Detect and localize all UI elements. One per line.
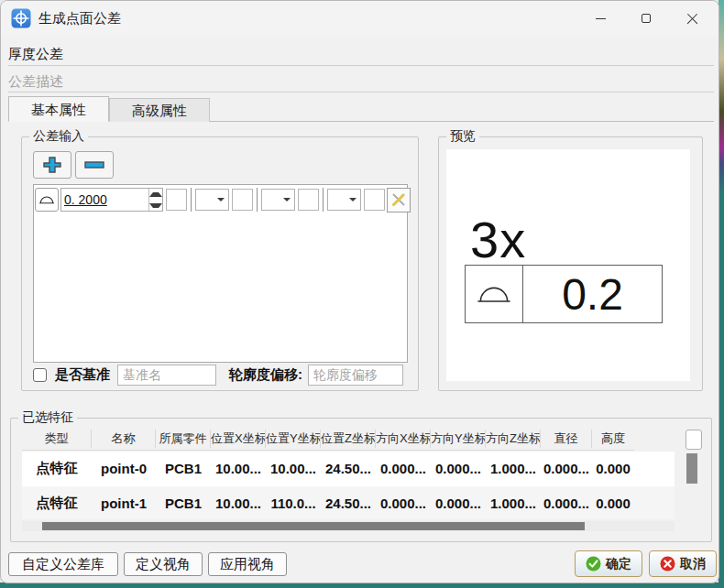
modifier-field-3[interactable] <box>298 189 319 211</box>
custom-tolerance-library-button[interactable]: 自定义公差库 <box>8 552 118 576</box>
table-cell: 0.000... <box>541 495 592 511</box>
table-cell: 0.000... <box>431 461 486 476</box>
tab-bar: 基本属性 高级属性 <box>8 96 210 122</box>
separator <box>257 188 258 212</box>
preview-group-title: 预览 <box>446 128 479 145</box>
table-cell: 10.00... <box>211 461 266 476</box>
column-header[interactable]: 高度 <box>592 430 634 448</box>
selected-features-group: 已选特征 类型名称所属零件位置X坐标位置Y坐标位置Z坐标方向X坐标方向Y坐标方向… <box>10 418 712 542</box>
close-icon <box>686 13 698 25</box>
vertical-scrollbar-thumb[interactable] <box>686 453 697 484</box>
arrow-down-icon <box>149 203 162 208</box>
profile-offset-input[interactable] <box>308 365 403 386</box>
remove-tolerance-button[interactable] <box>75 151 114 179</box>
tolerance-row[interactable] <box>34 185 407 212</box>
feature-control-frame: 0.2 <box>465 265 663 323</box>
tolerance-input-group: 公差输入 <box>21 136 419 391</box>
modifier-field-2[interactable] <box>232 189 253 211</box>
table-cell: 0.000 <box>592 461 634 476</box>
horizontal-scrollbar[interactable] <box>22 521 675 531</box>
minimize-button[interactable] <box>577 1 623 36</box>
tolerance-name-input[interactable] <box>8 43 714 66</box>
modifier-field-4[interactable] <box>364 189 385 211</box>
pencil-icon <box>390 191 407 208</box>
column-header[interactable]: 类型 <box>22 430 92 448</box>
window-controls <box>577 1 715 36</box>
feature-table-header: 类型名称所属零件位置X坐标位置Y坐标位置Z坐标方向X坐标方向Y坐标方向Z坐标直径… <box>22 428 634 451</box>
datum-row: 是否基准 轮廓度偏移: <box>33 364 403 386</box>
ok-button[interactable]: 确定 <box>575 550 642 577</box>
table-cell: PCB1 <box>156 495 211 511</box>
minimize-icon <box>596 18 606 19</box>
table-cell: 24.50... <box>321 495 376 511</box>
preview-group: 预览 3x 0.2 <box>438 136 703 391</box>
datum-combo-2[interactable] <box>261 189 295 211</box>
surface-profile-icon <box>474 282 514 306</box>
table-cell: point-1 <box>92 495 156 511</box>
table-corner-button[interactable] <box>686 430 702 450</box>
feature-count-label: 3x <box>470 210 526 269</box>
fcf-symbol-cell <box>465 265 523 323</box>
edit-row-button[interactable] <box>387 188 411 212</box>
column-header[interactable]: 直径 <box>541 430 592 448</box>
maximize-button[interactable] <box>623 1 669 36</box>
app-datum-target-icon <box>11 8 31 28</box>
close-button[interactable] <box>669 1 715 36</box>
define-view-button[interactable]: 定义视角 <box>124 552 203 576</box>
datum-name-input[interactable] <box>117 365 216 386</box>
surface-profile-icon <box>38 194 56 205</box>
plus-icon <box>41 155 63 175</box>
table-cell: PCB1 <box>156 461 211 476</box>
cancel-button-label: 取消 <box>680 556 706 572</box>
horizontal-scrollbar-thumb[interactable] <box>42 522 585 530</box>
is-datum-label: 是否基准 <box>55 366 110 384</box>
tolerance-list <box>33 184 408 363</box>
column-header[interactable]: 位置Z坐标 <box>321 430 376 448</box>
column-header[interactable]: 位置X坐标 <box>211 430 266 448</box>
x-circle-icon <box>660 556 675 572</box>
table-row[interactable]: 点特征point-0PCB110.00...10.00...24.50...0.… <box>22 452 675 485</box>
vertical-scrollbar[interactable] <box>686 452 698 521</box>
window-title: 生成点面公差 <box>38 10 121 27</box>
column-header[interactable]: 位置Y坐标 <box>266 430 321 448</box>
separator <box>191 188 192 212</box>
selected-features-group-title: 已选特征 <box>18 409 77 426</box>
table-cell: 0.000... <box>431 495 486 511</box>
title-bar: 生成点面公差 <box>1 1 719 36</box>
spin-up-button[interactable] <box>149 189 162 200</box>
table-cell: 10.00... <box>211 495 266 511</box>
tab-advanced-properties[interactable]: 高级属性 <box>109 98 210 122</box>
add-tolerance-button[interactable] <box>33 151 71 179</box>
apply-view-button[interactable]: 应用视角 <box>208 552 287 576</box>
spin-down-button[interactable] <box>149 200 162 211</box>
tab-basic-properties[interactable]: 基本属性 <box>8 96 109 122</box>
table-cell: 1.000... <box>486 495 541 511</box>
tolerance-value-input[interactable] <box>61 189 148 211</box>
datum-combo-3[interactable] <box>327 189 361 211</box>
cancel-button[interactable]: 取消 <box>649 550 717 577</box>
column-header[interactable]: 方向Z坐标 <box>486 430 541 448</box>
feature-table-body: 点特征point-0PCB110.00...10.00...24.50...0.… <box>22 452 675 519</box>
tolerance-symbol-button[interactable] <box>35 188 59 212</box>
column-header[interactable]: 所属零件 <box>156 430 211 448</box>
table-cell: 0.000... <box>376 495 431 511</box>
table-cell: point-0 <box>92 461 156 476</box>
modifier-field-1[interactable] <box>166 189 187 211</box>
table-cell: 24.50... <box>321 461 376 476</box>
chevron-down-icon <box>283 198 291 201</box>
table-cell: 0.000... <box>376 461 431 476</box>
arrow-up-icon <box>149 192 162 197</box>
column-header[interactable]: 方向Y坐标 <box>431 430 486 448</box>
ok-button-label: 确定 <box>606 556 631 572</box>
tolerance-description-input[interactable] <box>8 70 714 93</box>
table-cell: 点特征 <box>22 495 92 512</box>
table-row[interactable]: 点特征point-1PCB110.00...110.0...24.50...0.… <box>22 486 675 519</box>
column-header[interactable]: 方向X坐标 <box>376 430 431 448</box>
dialog-generate-point-surface-tolerance: 生成点面公差 基本属性 高级属性 公差输入 <box>0 0 719 583</box>
datum-combo-1[interactable] <box>195 189 229 211</box>
is-datum-checkbox[interactable] <box>33 368 47 382</box>
separator <box>323 188 324 212</box>
table-cell: 1.000... <box>486 461 541 476</box>
column-header[interactable]: 名称 <box>92 430 156 448</box>
preview-canvas: 3x 0.2 <box>446 149 690 381</box>
